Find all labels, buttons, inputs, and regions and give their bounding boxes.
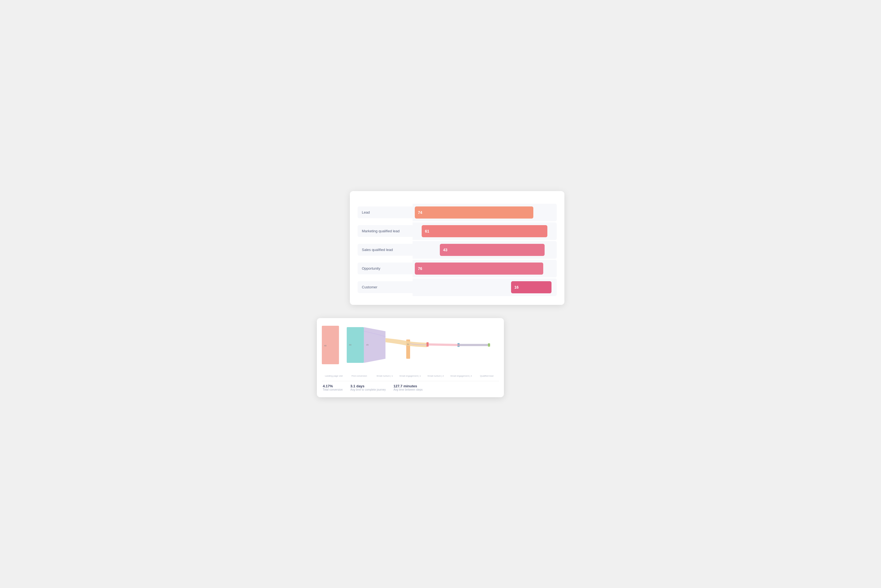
bar-4: 16: [511, 281, 552, 293]
bar-1: 61: [422, 225, 547, 237]
stat-label-1: Avg time to complete journey: [350, 388, 386, 391]
funnel-stage-label-0: Landing page visit: [323, 375, 345, 377]
funnel-stage-label-3: Email engagement | 1: [399, 375, 421, 377]
bar-row-3: Opportunity76: [358, 260, 557, 278]
svg-text:49: 49: [349, 344, 351, 346]
bar-cell-2: 43: [413, 241, 557, 259]
stat-value-0: 4.17%: [323, 384, 343, 388]
bar-cell-1: 61: [413, 222, 557, 240]
bar-label-4: Customer: [358, 281, 413, 293]
svg-text:4: 4: [427, 343, 428, 345]
stat-item-1: 3.1 daysAvg time to complete journey: [350, 384, 386, 391]
bar-cell-0: 74: [413, 204, 557, 221]
svg-text:45: 45: [366, 344, 368, 346]
stat-value-2: 127.7 minutes: [394, 384, 423, 388]
bar-0: 74: [415, 207, 534, 219]
bar-rows-container: Lead74Marketing qualified lead61Sales qu…: [358, 204, 557, 296]
bar-label-1: Marketing qualified lead: [358, 225, 413, 237]
bar-chart-card: Lead74Marketing qualified lead61Sales qu…: [350, 191, 564, 305]
svg-text:1: 1: [458, 343, 459, 345]
funnel-stage-label-4: Email nurture | 2: [425, 375, 447, 377]
svg-text:2: 2: [488, 343, 489, 345]
bar-2: 43: [440, 244, 544, 256]
svg-text:48: 48: [324, 345, 326, 347]
bar-cell-3: 76: [413, 260, 557, 278]
bar-label-2: Sales qualified lead: [358, 244, 413, 256]
stat-label-2: Avg time between steps: [394, 388, 423, 391]
bar-row-4: Customer16: [358, 279, 557, 296]
funnel-stage-label-5: Email engagement | 2: [450, 375, 472, 377]
funnel-stage-label-6: Qualified lead: [475, 375, 498, 377]
bar-label-0: Lead: [358, 207, 413, 218]
funnel-stage-label-1: First conversion: [348, 375, 370, 377]
stat-value-1: 3.1 days: [350, 384, 386, 388]
bar-label-3: Opportunity: [358, 262, 413, 274]
bar-row-2: Sales qualified lead43: [358, 241, 557, 259]
funnel-card: 48 49 45 31 4 1 2 Landing page visitFirs…: [317, 318, 504, 397]
funnel-stats: 4.17%Total conversion3.1 daysAvg time to…: [322, 381, 499, 392]
funnel-labels: Landing page visitFirst conversionEmail …: [322, 375, 499, 377]
funnel-svg: 48 49 45 31 4 1 2: [322, 323, 499, 372]
bar-3: 76: [415, 262, 543, 274]
funnel-stage-label-2: Email nurture | 1: [374, 375, 396, 377]
bar-row-0: Lead74: [358, 204, 557, 221]
stat-label-0: Total conversion: [323, 388, 343, 391]
bar-cell-4: 16: [413, 279, 557, 296]
funnel-chart-area: 48 49 45 31 4 1 2: [322, 323, 499, 372]
stat-item-2: 127.7 minutesAvg time between steps: [394, 384, 423, 391]
bar-row-1: Marketing qualified lead61: [358, 222, 557, 240]
scene: Lead74Marketing qualified lead61Sales qu…: [317, 191, 564, 397]
svg-text:31: 31: [406, 343, 409, 345]
stat-item-0: 4.17%Total conversion: [323, 384, 343, 391]
